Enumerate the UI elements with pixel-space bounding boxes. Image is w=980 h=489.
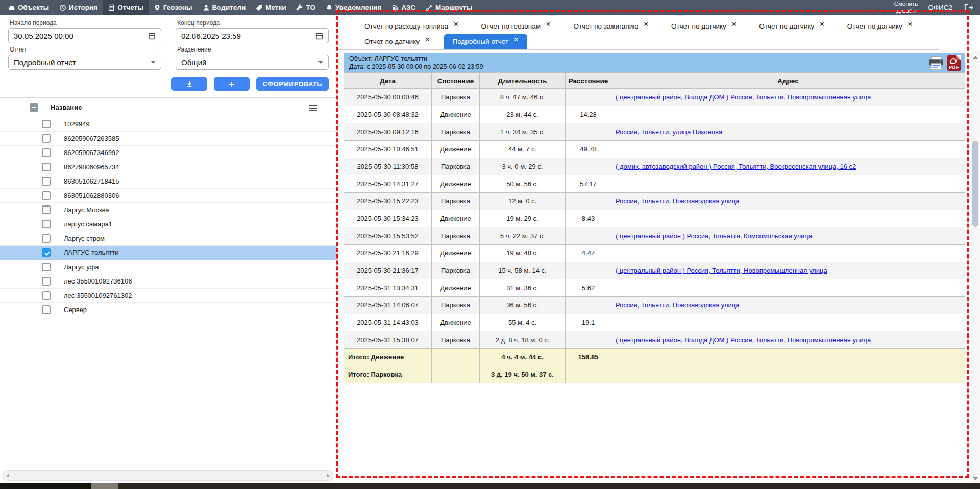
object-checkbox[interactable] — [42, 205, 51, 214]
address-link[interactable]: ( центральный район ) Россия, Тольятти, … — [616, 267, 827, 274]
object-row[interactable]: Ларгус Москва — [0, 203, 337, 217]
object-row[interactable]: 862059067263585 — [0, 132, 337, 146]
object-row[interactable]: Ларгус уфа — [0, 260, 337, 274]
object-row[interactable]: 862059067346992 — [0, 146, 337, 160]
report-tab[interactable]: Отчет по датчику ✕ — [356, 34, 438, 49]
address-link[interactable]: Россия, Тольятти, улица Никонова — [616, 128, 722, 136]
vertical-scrollbar[interactable] — [971, 51, 980, 483]
horizontal-scrollbar[interactable] — [2, 470, 334, 481]
end-period-input[interactable]: 02.06.2025 23:59 — [176, 28, 329, 43]
nav-item-reports[interactable]: Отчеты — [103, 0, 148, 15]
object-row[interactable]: 863051062718415 — [0, 174, 337, 189]
cell-distance: 14.28 — [566, 106, 611, 123]
scroll-down-icon[interactable] — [973, 477, 978, 480]
cell-distance: 158.85 — [566, 349, 611, 366]
generate-report-button[interactable]: СФОРМИРОВАТЬ — [256, 77, 329, 91]
calendar-icon[interactable] — [315, 32, 323, 40]
report-tab[interactable]: Отчет по датчику ✕ — [839, 19, 921, 34]
tab-label: Подробный отчет — [452, 38, 508, 45]
object-checkbox[interactable] — [42, 248, 51, 257]
object-checkbox[interactable] — [42, 277, 51, 286]
object-row[interactable]: 862798060965734 — [0, 160, 337, 174]
object-checkbox[interactable] — [42, 191, 51, 200]
object-checkbox[interactable] — [42, 291, 51, 300]
cell-distance: 8.43 — [566, 210, 611, 227]
report-tab[interactable]: Отчет по расходу топлива ✕ — [356, 19, 467, 34]
object-checkbox[interactable] — [42, 177, 51, 186]
nav-item-notifications[interactable]: Уведомления — [321, 0, 386, 15]
report-tab[interactable]: Отчет по геозонам ✕ — [473, 19, 559, 34]
scroll-left-icon[interactable] — [6, 474, 9, 478]
table-row: 2025-05-30 14:31:27 Движение 50 м. 56 с.… — [344, 175, 965, 193]
cell-address: Россия, Тольятти, Новозаводская улица — [611, 297, 965, 314]
calendar-icon[interactable] — [148, 32, 156, 40]
report-tab[interactable]: Подробный отчет ✕ — [444, 34, 527, 49]
scrollbar-thumb[interactable] — [972, 141, 978, 227]
nav-item-drivers[interactable]: Водители — [198, 0, 251, 15]
nav-item-history[interactable]: История — [54, 0, 103, 15]
close-icon[interactable]: ✕ — [643, 21, 648, 28]
object-checkbox[interactable] — [42, 134, 51, 143]
object-checkbox[interactable] — [42, 263, 51, 271]
object-row[interactable]: ЛАРГУС тольятти — [0, 246, 337, 260]
close-icon[interactable]: ✕ — [819, 21, 824, 28]
object-checkbox[interactable] — [42, 234, 51, 243]
object-checkbox[interactable] — [42, 120, 51, 128]
address-link[interactable]: ( домик, автозаводский район ) Россия, Т… — [616, 163, 856, 170]
nav-item-geozones[interactable]: Геозоны — [149, 0, 198, 15]
split-select[interactable]: Общий — [176, 55, 329, 70]
scroll-up-icon[interactable] — [973, 56, 978, 59]
cell-date: 2025-05-31 14:06:07 — [344, 297, 432, 314]
report-tab[interactable]: Отчет по зажиганию ✕ — [566, 19, 657, 34]
nav-item-label: Объекты — [18, 4, 49, 11]
address-link[interactable]: Россия, Тольятти, Новозаводская улица — [616, 301, 740, 309]
object-checkbox[interactable] — [42, 148, 51, 157]
address-link[interactable]: Россия, Тольятти, Новозаводская улица — [616, 197, 740, 205]
object-row[interactable]: 1029949 — [0, 117, 337, 132]
nav-item-routes[interactable]: Маршруты — [421, 0, 477, 15]
logout-icon[interactable] — [963, 3, 974, 12]
nav-item-maintenance[interactable]: ТО — [291, 0, 320, 15]
download-report-button[interactable] — [172, 77, 207, 91]
object-name: Ларгус уфа — [64, 263, 99, 271]
scroll-right-icon[interactable] — [327, 474, 330, 478]
object-row[interactable]: лес 355001092736106 — [0, 274, 337, 289]
object-checkbox[interactable] — [42, 305, 51, 314]
tab-label: Отчет по датчику — [759, 22, 814, 30]
object-checkbox[interactable] — [42, 163, 51, 171]
close-icon[interactable]: ✕ — [731, 21, 737, 28]
close-icon[interactable]: ✕ — [425, 37, 430, 43]
add-report-button[interactable] — [214, 77, 250, 91]
report-type-select[interactable]: Подробный отчет — [8, 55, 161, 70]
select-all-checkbox[interactable] — [30, 103, 38, 112]
close-icon[interactable]: ✕ — [513, 37, 519, 43]
address-link[interactable]: ( центральный район ) Россия, Тольятти, … — [616, 232, 812, 240]
end-period-label: Конец периода — [177, 19, 329, 27]
change-design-button[interactable]: Сменить дизайн — [894, 1, 918, 15]
report-tab[interactable]: Отчет по датчику ✕ — [751, 19, 832, 34]
nav-item-objects[interactable]: Объекты — [3, 0, 54, 15]
address-link[interactable]: ( центральный район, Володя ДОМ ) Россия… — [616, 336, 871, 344]
nav-item-tags[interactable]: Метки — [251, 0, 291, 15]
address-link[interactable]: ( центральный район, Володя ДОМ ) Россия… — [616, 93, 871, 101]
object-row[interactable]: Сервер — [0, 303, 337, 317]
report-header-text: Объект: ЛАРГУС тольятти Дата: с 2025-05-… — [349, 55, 483, 71]
close-icon[interactable]: ✕ — [546, 21, 551, 28]
print-icon[interactable] — [928, 56, 944, 70]
list-menu-icon[interactable] — [309, 105, 317, 111]
bottom-strip-segment — [91, 483, 118, 489]
object-checkbox[interactable] — [42, 220, 51, 228]
object-name: Сервер — [64, 306, 87, 314]
account-name[interactable]: ОФИС2 — [928, 4, 952, 11]
close-icon[interactable]: ✕ — [908, 21, 913, 28]
pdf-export-icon[interactable]: PDF — [947, 55, 961, 71]
object-row[interactable]: Ларгус стром — [0, 231, 337, 246]
object-row[interactable]: ларгус самара1 — [0, 217, 337, 231]
report-tab[interactable]: Отчет по датчику ✕ — [663, 19, 745, 34]
object-row[interactable]: 863051062880306 — [0, 189, 337, 203]
close-icon[interactable]: ✕ — [453, 21, 458, 28]
object-row[interactable]: лес 355001092761302 — [0, 289, 337, 303]
start-period-input[interactable]: 30.05.2025 00:00 — [8, 28, 161, 43]
nav-item-label: ТО — [306, 4, 315, 11]
nav-item-fuel-stations[interactable]: АЗС — [386, 0, 421, 15]
